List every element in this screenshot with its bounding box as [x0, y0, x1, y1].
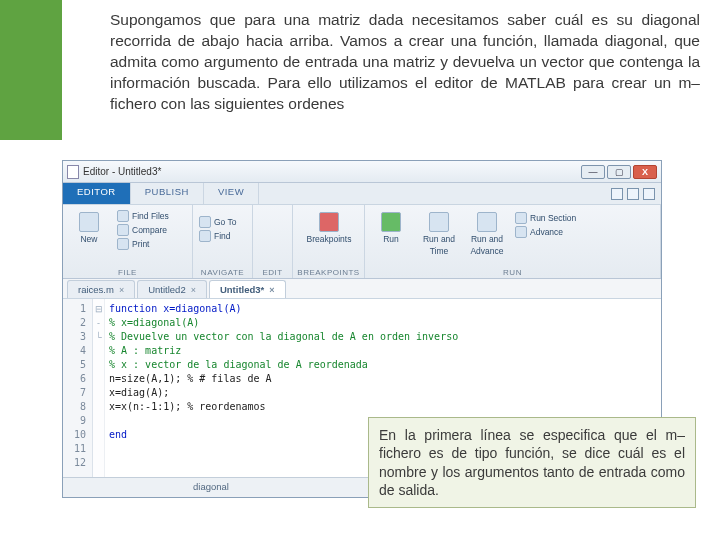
function-name-status: diagonal — [193, 481, 229, 492]
slide-accent — [0, 0, 62, 140]
breakpoints-button[interactable]: Breakpoints — [299, 208, 359, 244]
search-icon — [199, 230, 211, 242]
doc-tab-untitled3[interactable]: Untitled3*× — [209, 280, 286, 298]
run-and-time-button[interactable]: Run and Time — [419, 208, 459, 256]
goto-button[interactable]: Go To — [199, 216, 246, 228]
qat-icon[interactable] — [611, 188, 623, 200]
tab-view[interactable]: VIEW — [204, 183, 259, 204]
compare-icon — [117, 224, 129, 236]
window-title: Editor - Untitled3* — [83, 166, 161, 177]
close-icon[interactable]: × — [119, 285, 124, 295]
intro-paragraph: Supongamos que para una matriz dada nece… — [110, 10, 700, 115]
explanation-callout: En la primera línea se especifica que el… — [368, 417, 696, 508]
print-button[interactable]: Print — [117, 238, 169, 250]
advance-icon — [515, 226, 527, 238]
runsection-icon — [515, 212, 527, 224]
maximize-button[interactable]: ▢ — [607, 165, 631, 179]
new-button[interactable]: New — [69, 208, 109, 250]
doc-tab-untitled2[interactable]: Untitled2× — [137, 280, 207, 298]
qat-icon[interactable] — [627, 188, 639, 200]
minimize-button[interactable]: — — [581, 165, 605, 179]
group-file-label: FILE — [63, 268, 192, 277]
breakpoint-icon — [319, 212, 339, 232]
document-tabs: raices.m× Untitled2× Untitled3*× — [63, 279, 661, 299]
find-button[interactable]: Find — [199, 230, 246, 242]
close-button[interactable]: X — [633, 165, 657, 179]
new-icon — [79, 212, 99, 232]
group-run-label: RUN — [365, 268, 660, 277]
find-files-button[interactable]: Find Files — [117, 210, 169, 222]
run-button[interactable]: Run — [371, 208, 411, 256]
runadvance-icon — [477, 212, 497, 232]
doc-tab-raices[interactable]: raices.m× — [67, 280, 135, 298]
tab-editor[interactable]: EDITOR — [63, 183, 131, 204]
line-gutter: 1234 5678 9101112 — [63, 299, 93, 477]
print-icon — [117, 238, 129, 250]
close-icon[interactable]: × — [191, 285, 196, 295]
compare-button[interactable]: Compare — [117, 224, 169, 236]
ribbon-tabs: EDITOR PUBLISH VIEW — [63, 183, 661, 205]
find-icon — [117, 210, 129, 222]
editor-icon — [67, 165, 79, 179]
run-and-advance-button[interactable]: Run and Advance — [467, 208, 507, 256]
group-breakpoints-label: BREAKPOINTS — [293, 268, 364, 277]
ribbon: New Find Files Compare Print FILE Go To … — [63, 205, 661, 279]
fold-column[interactable]: ⊟-└ — [93, 299, 105, 477]
new-label: New — [80, 234, 97, 244]
close-icon[interactable]: × — [269, 285, 274, 295]
qat-icon[interactable] — [643, 188, 655, 200]
run-label: Run — [383, 234, 399, 244]
goto-icon — [199, 216, 211, 228]
runtime-icon — [429, 212, 449, 232]
group-navigate-label: NAVIGATE — [193, 268, 252, 277]
run-icon — [381, 212, 401, 232]
quick-access-toolbar — [611, 183, 661, 204]
advance-button[interactable]: Advance — [515, 226, 576, 238]
group-edit-label: EDIT — [253, 268, 292, 277]
tab-publish[interactable]: PUBLISH — [131, 183, 204, 204]
titlebar[interactable]: Editor - Untitled3* — ▢ X — [63, 161, 661, 183]
run-section-button[interactable]: Run Section — [515, 212, 576, 224]
breakpoints-label: Breakpoints — [307, 234, 352, 244]
